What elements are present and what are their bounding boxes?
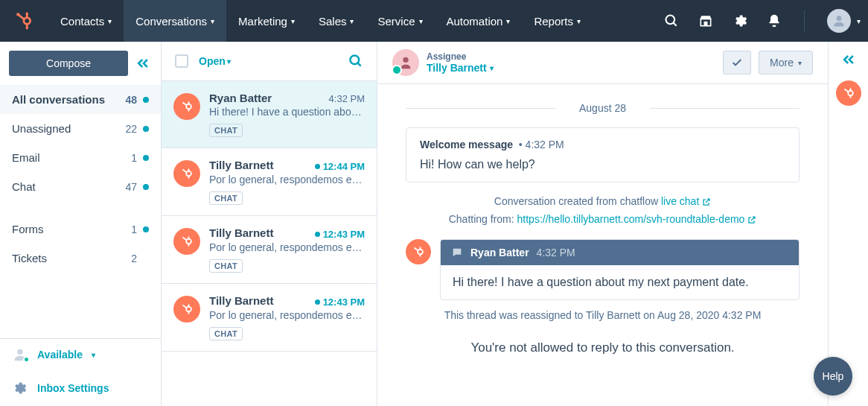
external-link-icon	[702, 197, 711, 206]
svg-line-26	[183, 238, 187, 240]
sidebar-item-unassigned[interactable]: Unassigned 22	[0, 114, 161, 143]
svg-point-11	[837, 16, 842, 21]
nav-items: Contacts▾ Conversations▾ Marketing▾ Sale…	[48, 0, 593, 42]
svg-line-18	[183, 103, 187, 105]
chevron-down-icon: ▾	[291, 17, 295, 25]
account-menu[interactable]: ▾	[827, 9, 861, 33]
sidebar-label: All conversations	[12, 93, 125, 106]
marketplace-icon[interactable]	[698, 13, 713, 28]
reassignment-note: This thread was reassigned to Tilly Barn…	[406, 309, 800, 321]
nav-label: Marketing	[238, 15, 287, 28]
hubspot-logo[interactable]	[0, 11, 48, 31]
notifications-bell-icon[interactable]	[767, 13, 782, 28]
contact-panel-collapsed	[828, 42, 868, 406]
contact-record-icon[interactable]	[836, 80, 861, 106]
svg-line-39	[845, 89, 849, 92]
contact-avatar-icon	[173, 160, 200, 187]
message-preview: Por lo general, respondemos en u…	[209, 174, 365, 185]
person-status-icon	[12, 346, 28, 363]
svg-line-22	[183, 170, 187, 172]
external-link-icon	[747, 215, 756, 224]
channel-badge: CHAT	[209, 327, 243, 340]
chevron-down-icon: ▾	[92, 351, 95, 359]
mark-closed-button[interactable]	[723, 51, 751, 74]
select-all-checkbox[interactable]	[175, 54, 188, 68]
channel-badge: CHAT	[209, 124, 243, 137]
nav-conversations[interactable]: Conversations▾	[124, 0, 226, 42]
help-button[interactable]: Help	[814, 357, 852, 396]
unread-dot-icon	[143, 226, 149, 232]
nav-label: Conversations	[135, 15, 207, 28]
nav-service[interactable]: Service▾	[366, 0, 434, 42]
timestamp: 12:43 PM	[315, 229, 365, 240]
settings-gear-icon[interactable]	[733, 13, 747, 28]
assignee-selector[interactable]: Assignee Tilly Barnett▾	[392, 49, 494, 76]
welcome-time: 4:32 PM	[526, 139, 564, 150]
svg-point-13	[351, 56, 360, 65]
chevron-down-icon: ▾	[857, 17, 861, 25]
conversation-item[interactable]: Tilly Barnett 12:43 PM Por lo general, r…	[162, 216, 377, 284]
nav-reports[interactable]: Reports▾	[522, 0, 593, 42]
chevron-down-icon: ▾	[227, 57, 231, 66]
chevron-down-icon: ▾	[211, 17, 214, 25]
date-separator: August 28	[406, 102, 800, 114]
top-nav: Contacts▾ Conversations▾ Marketing▾ Sale…	[0, 0, 868, 42]
sidebar-item-chat[interactable]: Chat 47	[0, 172, 161, 201]
sidebar-item-forms[interactable]: Forms 1	[0, 215, 161, 244]
sender-name: Ryan Batter	[470, 247, 529, 258]
svg-line-35	[415, 248, 418, 250]
more-actions-button[interactable]: More ▾	[759, 51, 813, 74]
assignee-avatar-icon	[392, 49, 419, 76]
contact-avatar-icon	[173, 228, 200, 255]
sidebar-count: 47	[125, 181, 137, 193]
chevron-down-icon: ▾	[577, 17, 581, 25]
sidebar-label: Forms	[12, 223, 131, 235]
inbox-settings-label: Inbox Settings	[37, 382, 109, 394]
nav-marketing[interactable]: Marketing▾	[226, 0, 307, 42]
expand-panel-icon[interactable]	[841, 52, 856, 67]
sidebar-label: Email	[12, 151, 131, 164]
compose-button[interactable]: Compose	[9, 51, 128, 76]
sidebar-item-tickets[interactable]: Tickets 2	[0, 244, 161, 273]
search-icon[interactable]	[348, 54, 363, 69]
contact-name: Tilly Barnett	[209, 226, 315, 239]
sidebar-label: Tickets	[12, 252, 131, 264]
nav-label: Reports	[534, 15, 573, 28]
sidebar-item-all-conversations[interactable]: All conversations 48	[0, 85, 161, 114]
conversation-item[interactable]: Tilly Barnett 12:44 PM Por lo general, r…	[162, 148, 377, 216]
availability-label: Available	[37, 349, 83, 361]
chatflow-link[interactable]: live chat	[661, 195, 711, 207]
reply-disabled-note: You're not allowed to reply to this conv…	[406, 334, 800, 370]
timestamp: 12:44 PM	[315, 161, 365, 172]
svg-line-30	[183, 305, 187, 308]
message-body: Hi there! I have a question about my nex…	[441, 265, 799, 299]
svg-point-2	[25, 13, 28, 15]
chevron-down-icon: ▾	[108, 17, 112, 25]
nav-sales[interactable]: Sales▾	[307, 0, 366, 42]
conversation-item[interactable]: Tilly Barnett 12:43 PM Por lo general, r…	[162, 284, 377, 352]
welcome-message-card: Welcome message • 4:32 PM Hi! How can we…	[406, 127, 800, 183]
channel-badge: CHAT	[209, 259, 243, 273]
status-filter-dropdown[interactable]: Open ▾	[199, 55, 231, 67]
assignee-name: Tilly Barnett	[427, 62, 487, 74]
nav-label: Service	[377, 15, 415, 28]
nav-utilities: ▾	[664, 9, 868, 33]
sidebar-item-email[interactable]: Email 1	[0, 143, 161, 172]
nav-contacts[interactable]: Contacts▾	[48, 0, 124, 42]
availability-toggle[interactable]: Available ▾	[0, 339, 161, 370]
chevron-down-icon: ▾	[506, 17, 510, 25]
sidebar-count: 2	[131, 253, 137, 264]
sidebar-count: 48	[125, 94, 137, 106]
chevron-down-icon: ▾	[798, 59, 802, 67]
collapse-sidebar-icon[interactable]	[135, 56, 150, 71]
inbox-settings-link[interactable]: Inbox Settings	[0, 370, 161, 406]
svg-point-7	[666, 16, 675, 25]
conversation-item[interactable]: Ryan Batter 4:32 PM Hi there! I have a q…	[162, 81, 377, 148]
sidebar-count: 22	[125, 123, 137, 135]
nav-automation[interactable]: Automation▾	[435, 0, 523, 42]
source-url-link[interactable]: https://hello.tillybarnett.com/svh-round…	[517, 213, 757, 225]
sidebar-label: Unassigned	[12, 122, 125, 135]
message-preview: Por lo general, respondemos en u…	[209, 241, 365, 253]
contact-avatar-icon	[173, 296, 200, 323]
search-icon[interactable]	[664, 13, 679, 28]
